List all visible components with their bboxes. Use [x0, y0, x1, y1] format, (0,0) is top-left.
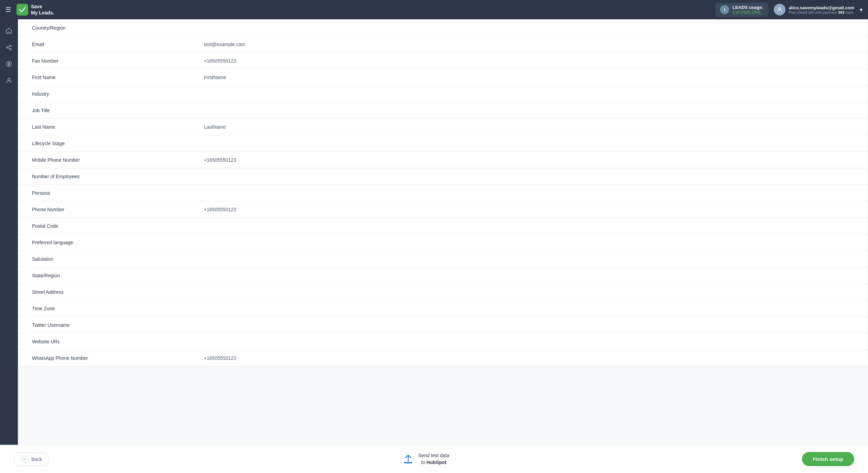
table-row: Mobile Phone Number +16505550123 [18, 152, 868, 168]
field-value: FirstName [204, 70, 854, 85]
send-test-button[interactable]: Send test data to HubSpot [402, 452, 449, 466]
field-label: Street Address [32, 284, 204, 300]
usage-info: LEADS usage: 0 of 2'000 (0%) [733, 5, 763, 15]
field-label: Country/Region [32, 20, 204, 35]
field-label: Persona [32, 185, 204, 201]
field-label: Postal Code [32, 218, 204, 234]
field-value [204, 238, 854, 247]
table-row: Fax Number +16505550123 [18, 53, 868, 69]
field-value [204, 172, 854, 181]
field-value [204, 304, 854, 313]
field-label: State/Region [32, 268, 204, 283]
back-icon: ✏ [21, 455, 29, 463]
user-info-section: alice.savemyleads@gmail.com Plan |Start|… [774, 4, 862, 15]
table-row: First Name FirstName [18, 69, 868, 86]
field-value [204, 221, 854, 231]
finish-setup-button[interactable]: Finish setup [802, 452, 854, 466]
main-layout: Country/Region Email test@example.com Fa… [0, 19, 868, 445]
field-label: Fax Number [32, 53, 204, 68]
sidebar-item-account[interactable] [2, 74, 16, 88]
field-value [204, 271, 854, 280]
field-value [204, 337, 854, 346]
field-label: First Name [32, 70, 204, 85]
field-value [204, 320, 854, 330]
table-row: Phone Number +16505550123 [18, 201, 868, 218]
account-icon [6, 77, 12, 86]
user-avatar [774, 4, 785, 15]
logo: Save My Leads. [17, 3, 710, 16]
field-label: Number of Employees [32, 169, 204, 184]
field-label: Mobile Phone Number [32, 152, 204, 168]
home-icon [6, 28, 12, 36]
upload-icon [402, 453, 415, 466]
connections-icon [6, 44, 12, 53]
logo-text: Save My Leads. [31, 3, 54, 16]
footer: ✏ Back Send test data to HubSpot Finish … [0, 445, 868, 473]
field-label: Job Title [32, 103, 204, 118]
logo-icon [17, 4, 28, 15]
field-value [204, 254, 854, 264]
billing-icon [6, 61, 12, 69]
field-label: Twitter Username [32, 318, 204, 333]
svg-point-0 [779, 8, 781, 10]
table-row: Industry [18, 86, 868, 102]
field-value: +16505550123 [204, 53, 854, 68]
field-label: Phone Number [32, 202, 204, 217]
field-label: Last Name [32, 119, 204, 135]
send-test-text: Send test data to HubSpot [418, 452, 449, 466]
table-row: Preferred language [18, 234, 868, 251]
leads-usage: i LEADS usage: 0 of 2'000 (0%) [715, 3, 768, 17]
table-row: Last Name LastName [18, 119, 868, 135]
user-details: alice.savemyleads@gmail.com Plan |Start|… [789, 5, 854, 14]
table-row: Persona [18, 185, 868, 201]
field-label: Salutation [32, 251, 204, 267]
field-label: Lifecycle Stage [32, 136, 204, 151]
header: ☰ Save My Leads. i LEADS usage: 0 of 2'0… [0, 0, 868, 19]
field-label: Website URL [32, 334, 204, 349]
table-row: Job Title [18, 102, 868, 119]
svg-point-1 [7, 46, 8, 48]
field-value [204, 106, 854, 115]
field-label: Industry [32, 86, 204, 101]
table-row: WhatsApp Phone Number +16505550123 [18, 350, 868, 366]
svg-rect-6 [404, 462, 412, 463]
sidebar-item-home[interactable] [2, 25, 16, 39]
table-row: Lifecycle Stage [18, 135, 868, 152]
field-value: +16505550123 [204, 351, 854, 366]
table-row: Postal Code [18, 218, 868, 234]
sidebar-item-connections[interactable] [2, 41, 16, 55]
table-row: Street Address [18, 284, 868, 300]
info-icon: i [720, 5, 729, 14]
field-value: test@example.com [204, 37, 854, 52]
menu-icon[interactable]: ☰ [6, 6, 11, 13]
table-row: Salutation [18, 251, 868, 267]
table-row: Number of Employees [18, 168, 868, 185]
content-area: Country/Region Email test@example.com Fa… [18, 19, 868, 445]
field-value: +16505550123 [204, 202, 854, 217]
field-value [204, 287, 854, 297]
field-value [204, 188, 854, 198]
table-row: Country/Region [18, 20, 868, 36]
back-button[interactable]: ✏ Back [14, 452, 49, 466]
svg-point-3 [10, 48, 11, 50]
table-row: Email test@example.com [18, 36, 868, 53]
table-row: Twitter Username [18, 317, 868, 333]
fields-table: Country/Region Email test@example.com Fa… [18, 19, 868, 367]
field-label: Time Zone [32, 301, 204, 316]
field-value [204, 139, 854, 148]
field-value [204, 89, 854, 99]
table-row: State/Region [18, 267, 868, 284]
sidebar [0, 19, 18, 445]
user-menu-chevron[interactable]: ▾ [860, 7, 862, 13]
field-value: +16505550123 [204, 152, 854, 168]
back-label: Back [31, 456, 42, 462]
user-plan: Plan |Start| left until payment 393 days [789, 10, 854, 14]
field-label: Preferred language [32, 235, 204, 250]
field-value: LastName [204, 119, 854, 135]
sidebar-item-billing[interactable] [2, 58, 16, 72]
field-label: WhatsApp Phone Number [32, 351, 204, 366]
svg-point-5 [8, 78, 10, 80]
svg-point-2 [10, 45, 11, 46]
field-label: Email [32, 37, 204, 52]
table-row: Website URL [18, 333, 868, 350]
